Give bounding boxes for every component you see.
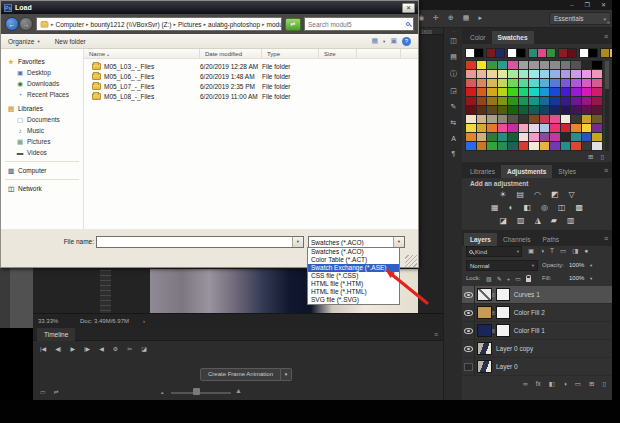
sidebar-item[interactable]: ◫ Network [1, 183, 83, 194]
zoom-level[interactable]: 33.33% [38, 318, 58, 324]
back-button[interactable]: ← [5, 17, 19, 31]
swatch[interactable] [529, 97, 539, 105]
layer-mask-thumbnail[interactable] [497, 325, 509, 336]
sidebar-item[interactable]: ▥ Computer [1, 165, 83, 176]
layer-thumbnail[interactable] [478, 289, 491, 300]
swatch[interactable] [540, 115, 550, 123]
audio-icon[interactable]: ◀ [99, 345, 104, 352]
swatch[interactable] [571, 97, 581, 105]
swatch[interactable] [477, 124, 487, 132]
swatch[interactable] [519, 115, 529, 123]
sidebar-item[interactable] [5, 158, 79, 162]
swatch[interactable] [508, 79, 518, 87]
sidebar-item[interactable]: ◉ Downloads [1, 78, 83, 89]
new-folder-button[interactable]: New folder [55, 38, 86, 45]
sidebar-item[interactable]: ▢ Documents [1, 114, 83, 125]
column-header[interactable]: Date modified [200, 49, 262, 58]
visibility-toggle[interactable] [462, 358, 475, 376]
close-button[interactable]: ✕ [601, 0, 606, 10]
sidebar-item[interactable]: ▤ Libraries [1, 103, 83, 114]
swatch[interactable] [466, 115, 476, 123]
swatch[interactable] [582, 97, 592, 105]
visibility-toggle[interactable] [462, 322, 475, 340]
swatch[interactable] [498, 106, 508, 114]
new-swatch-icon[interactable]: ⊞ [588, 153, 593, 161]
chevron-down-icon[interactable]: ▾ [393, 237, 404, 247]
transition-icon[interactable]: ◪ [141, 345, 147, 352]
file-row[interactable]: M05_L06_-_Files 6/20/2019 1:48 AM File f… [84, 71, 418, 81]
new-layer-icon[interactable]: ⊞ [589, 380, 594, 388]
dialog-close-button[interactable]: ✕ [402, 3, 415, 13]
swatch[interactable] [561, 142, 571, 150]
layer-thumbnail[interactable] [478, 307, 491, 318]
swatch[interactable] [466, 70, 476, 78]
adj-selective-color-icon[interactable]: ▥ [567, 216, 575, 225]
breadcrumb[interactable]: ▸ Computer ▸ bounty1212 (\\VBoxSvr) (Z:)… [36, 17, 282, 31]
swatch[interactable] [487, 70, 497, 78]
flip-view-icon[interactable]: ⇄ [54, 388, 59, 395]
swatch[interactable] [477, 97, 487, 105]
delete-layer-icon[interactable]: ▯ [602, 380, 606, 388]
dock-grip[interactable]: ∙∙ [444, 28, 463, 34]
help-button[interactable]: ? [402, 37, 411, 46]
pan-tool-icon[interactable]: ✛ [433, 14, 439, 22]
file-type-option[interactable]: Swatches (*.ACO) [308, 248, 399, 256]
swatch[interactable] [477, 61, 487, 69]
swatch[interactable] [466, 124, 476, 132]
layer-thumbnail[interactable] [478, 343, 491, 354]
swatch[interactable] [561, 61, 571, 69]
lock-transparency-icon[interactable]: ▨ [486, 275, 492, 282]
opacity-value[interactable]: 100% [569, 262, 584, 268]
layer-effects-icon[interactable]: fx [536, 380, 541, 388]
swatch[interactable] [561, 79, 571, 87]
swatch[interactable] [498, 79, 508, 87]
swatch[interactable] [477, 142, 487, 150]
swatch[interactable] [477, 79, 487, 87]
swatch[interactable] [582, 133, 592, 141]
swatch[interactable] [529, 49, 537, 57]
file-type-option[interactable]: HTML file (*.HTM) [308, 280, 399, 288]
swatch[interactable] [540, 61, 550, 69]
layer-filter-kind-select[interactable]: Kind ▾ [466, 246, 522, 257]
arrange-documents-icon[interactable]: ▦ [463, 14, 470, 22]
sidebar-item[interactable]: ▬ Videos [1, 147, 83, 158]
swatch[interactable] [508, 106, 518, 114]
chevron-down-icon[interactable]: ▾ [383, 39, 385, 44]
swatch[interactable] [529, 142, 539, 150]
swatch[interactable] [498, 142, 508, 150]
swatch[interactable] [466, 106, 476, 114]
organize-button[interactable]: Organize [8, 38, 34, 45]
swatch[interactable] [561, 97, 571, 105]
column-header[interactable] [357, 49, 401, 58]
swatch[interactable] [508, 88, 518, 96]
swatch[interactable] [571, 88, 581, 96]
layer-row[interactable]: 8 Curves 1 [462, 286, 612, 304]
dock-clone-source-icon[interactable]: ◲ [450, 87, 457, 95]
swatch[interactable] [466, 61, 476, 69]
swatch[interactable] [540, 124, 550, 132]
split-clip-icon[interactable]: ✂ [127, 345, 132, 352]
layer-mask-thumbnail[interactable] [497, 289, 509, 300]
swatch[interactable] [529, 70, 539, 78]
swatch[interactable] [582, 124, 592, 132]
swatch[interactable] [529, 133, 539, 141]
file-type-option[interactable]: CSS file (*.CSS) [308, 272, 399, 280]
adj-channel-mixer-icon[interactable]: ◫ [558, 203, 566, 212]
swatch[interactable] [487, 133, 497, 141]
swatch[interactable] [529, 115, 539, 123]
workspace-switcher[interactable]: Essentials ▾ [549, 12, 611, 25]
swatch[interactable] [508, 133, 518, 141]
swatch[interactable] [487, 142, 497, 150]
swatch[interactable] [477, 106, 487, 114]
refresh-button[interactable]: ⇄ [285, 18, 301, 31]
add-layer-mask-icon[interactable]: ◧ [549, 380, 555, 388]
swatch[interactable] [477, 133, 487, 141]
timeline-settings-icon[interactable]: ⚙ [113, 345, 118, 352]
swatch[interactable] [519, 88, 529, 96]
swatch[interactable] [540, 133, 550, 141]
swatch[interactable] [550, 97, 560, 105]
lock-pixels-icon[interactable]: ✎ [497, 275, 502, 282]
swatch[interactable] [561, 106, 571, 114]
delete-swatch-icon[interactable]: ▯ [600, 153, 604, 161]
swatch[interactable] [540, 70, 550, 78]
